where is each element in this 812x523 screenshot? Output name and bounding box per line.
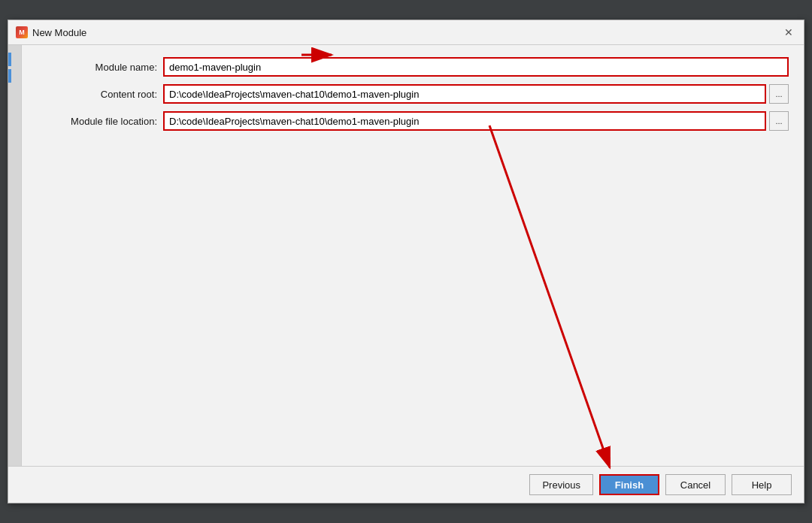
close-button[interactable]: ✕	[781, 25, 796, 40]
footer: Previous Finish Cancel Help	[8, 466, 804, 503]
module-file-location-label: Module file location:	[37, 116, 157, 127]
content-root-label: Content root:	[37, 89, 157, 100]
cancel-button[interactable]: Cancel	[665, 474, 726, 495]
title-bar-left: M New Module	[16, 26, 86, 38]
content-root-browse-button[interactable]: ...	[769, 84, 789, 104]
module-file-location-input[interactable]	[163, 111, 766, 131]
module-file-location-input-wrapper: ...	[163, 111, 789, 131]
main-content: Module name: Content root: ... Module fi…	[22, 45, 804, 466]
dialog-body: Module name: Content root: ... Module fi…	[8, 45, 804, 466]
maven-logo: M	[16, 26, 28, 38]
module-name-row: Module name:	[37, 57, 789, 77]
sidebar-marker-2	[8, 69, 11, 83]
module-file-location-browse-button[interactable]: ...	[769, 111, 789, 131]
title-bar: M New Module ✕	[8, 20, 804, 45]
dialog-title: New Module	[32, 27, 86, 38]
module-name-input[interactable]	[163, 57, 789, 77]
content-root-input-wrapper: ...	[163, 84, 789, 104]
finish-button[interactable]: Finish	[599, 474, 659, 495]
content-area	[37, 138, 789, 454]
previous-button[interactable]: Previous	[529, 474, 593, 495]
dialog-wrapper: M New Module ✕ Module name:	[0, 0, 812, 523]
content-root-input[interactable]	[163, 84, 766, 104]
module-name-input-wrapper	[163, 57, 789, 77]
module-file-location-row: Module file location: ...	[37, 111, 789, 131]
help-button[interactable]: Help	[732, 474, 792, 495]
content-root-row: Content root: ...	[37, 84, 789, 104]
maven-icon: M	[16, 26, 28, 38]
new-module-dialog: M New Module ✕ Module name:	[8, 20, 804, 503]
sidebar-marker-1	[8, 53, 11, 66]
sidebar	[8, 45, 22, 466]
module-name-label: Module name:	[37, 62, 157, 73]
